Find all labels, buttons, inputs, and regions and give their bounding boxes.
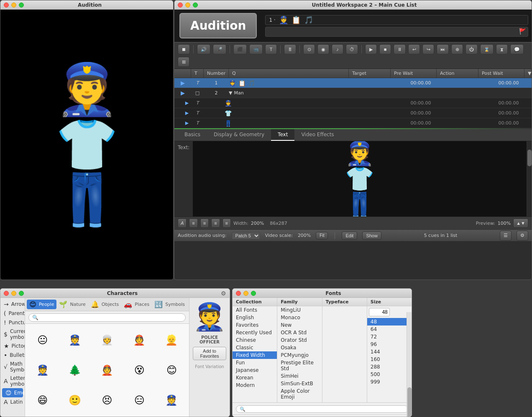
- settings-cog-btn[interactable]: ⚙: [517, 231, 528, 241]
- fonts-search-input[interactable]: [236, 405, 408, 413]
- list-item[interactable]: Osaka: [277, 344, 322, 351]
- list-item[interactable]: 144: [367, 348, 412, 356]
- list-item[interactable]: PCMyungjo: [277, 351, 322, 359]
- zoom-stepper[interactable]: ▲▼: [513, 219, 528, 228]
- table-row[interactable]: ▶ □ 2 ▼ Man: [174, 88, 532, 98]
- text-preview-area[interactable]: 👮 👕 👖: [193, 141, 527, 216]
- show-button[interactable]: Show: [362, 231, 381, 240]
- list-item[interactable]: Favorites: [233, 321, 277, 329]
- tb-target-btn[interactable]: ⊕: [451, 44, 463, 54]
- tb-screen-btn[interactable]: ⬛: [233, 44, 247, 54]
- list-item[interactable]: English: [233, 314, 277, 321]
- fonts-minimize[interactable]: [243, 291, 248, 296]
- size-scrollbar[interactable]: [407, 312, 412, 417]
- list-item[interactable]: 👲: [124, 325, 155, 355]
- sidebar-item-emoji[interactable]: 😊 Emoji: [2, 388, 23, 397]
- list-item[interactable]: Classic: [233, 344, 277, 351]
- tb-grid-btn[interactable]: ⊞: [178, 57, 189, 67]
- tb-hourglass-btn[interactable]: ⧗: [496, 44, 508, 54]
- chars-search-input[interactable]: [28, 313, 186, 322]
- preview-scrollbar[interactable]: [527, 141, 532, 216]
- subcat-people[interactable]: 😊 People: [27, 300, 56, 309]
- tb-clock-btn[interactable]: ⏱: [346, 44, 358, 54]
- fmt-align-right[interactable]: ≡: [211, 219, 220, 228]
- tb-next-btn[interactable]: ⏭: [437, 44, 449, 54]
- list-item[interactable]: 👳: [92, 325, 123, 355]
- list-item[interactable]: 👮: [59, 325, 90, 355]
- main-close-button[interactable]: [178, 3, 183, 8]
- fonts-maximize[interactable]: [251, 291, 256, 296]
- list-item[interactable]: 👮: [156, 386, 187, 415]
- table-row[interactable]: ▶ T 👕 00:00.00 00:00.00: [174, 108, 532, 118]
- tb-power-btn[interactable]: ⏻: [466, 44, 478, 54]
- sidebar-item-math[interactable]: √ Math Symbols: [0, 360, 25, 374]
- tb-timer-btn[interactable]: ⌛: [480, 44, 494, 54]
- list-item[interactable]: 48: [367, 318, 412, 325]
- sidebar-item-bullets[interactable]: • Bullets/Stars: [0, 351, 25, 360]
- list-item[interactable]: Prestige Elite Std: [277, 359, 322, 372]
- main-minimize-button[interactable]: [185, 3, 190, 8]
- tb-chat-btn[interactable]: 💬: [510, 44, 524, 54]
- list-item[interactable]: 160: [367, 356, 412, 363]
- list-item[interactable]: 😵: [124, 356, 155, 385]
- list-item[interactable]: Recently Used: [233, 329, 277, 336]
- subcat-objects[interactable]: 🔔 Objects: [88, 300, 122, 309]
- list-item[interactable]: 🙂: [59, 386, 90, 415]
- list-item[interactable]: 👲: [92, 356, 123, 385]
- subcat-places[interactable]: 🚗 Places: [121, 300, 152, 309]
- add-to-favorites-button[interactable]: Add to Favorites: [193, 347, 226, 360]
- list-item[interactable]: 😣: [92, 386, 123, 415]
- table-row[interactable]: ▶ T 👮 00:00.00 00:00.00: [174, 98, 532, 108]
- list-item[interactable]: New: [277, 321, 322, 329]
- size-input[interactable]: [369, 308, 390, 316]
- audio-select[interactable]: Patch 5: [232, 232, 260, 239]
- tab-basics[interactable]: Basics: [178, 129, 207, 141]
- sidebar-item-pictographs[interactable]: ★ Pictographs: [0, 341, 25, 351]
- chars-close[interactable]: [4, 291, 9, 296]
- list-item[interactable]: All Fonts: [233, 306, 277, 314]
- chars-maximize[interactable]: [19, 291, 24, 296]
- list-item[interactable]: Apple Color Emoji: [277, 387, 322, 401]
- tb-forward-btn[interactable]: ↪: [422, 44, 434, 54]
- list-item[interactable]: 64: [367, 325, 412, 333]
- chars-gear-btn[interactable]: ⚙: [221, 290, 226, 297]
- list-item[interactable]: 96: [367, 341, 412, 348]
- list-item[interactable]: Orator Std: [277, 336, 322, 344]
- tb-fader-btn[interactable]: 🎚: [284, 44, 296, 54]
- tb-sphere-btn[interactable]: ◉: [317, 44, 329, 54]
- close-button[interactable]: [4, 3, 9, 8]
- tb-text-btn[interactable]: T: [265, 44, 277, 54]
- sidebar-item-arrows[interactable]: → Arrows: [0, 300, 25, 309]
- tab-video-effects[interactable]: Video Effects: [294, 129, 340, 141]
- table-row[interactable]: ▶ T 1 👮 📋 🎵 00:00.00 00:00.00: [174, 78, 532, 88]
- list-item[interactable]: Monaco: [277, 314, 322, 321]
- tb-audio-btn[interactable]: 🔊: [197, 44, 210, 54]
- main-maximize-button[interactable]: [193, 3, 198, 8]
- subcat-symbols[interactable]: 🔣 Symbols: [152, 300, 187, 309]
- list-item[interactable]: 288: [367, 363, 412, 371]
- list-item[interactable]: Fixed Width: [233, 351, 277, 359]
- tab-display-geometry[interactable]: Display & Geometry: [207, 129, 271, 141]
- tab-text[interactable]: Text: [271, 129, 294, 141]
- list-item[interactable]: 72: [367, 333, 412, 341]
- fmt-font-btn[interactable]: A: [178, 219, 187, 228]
- list-item[interactable]: Japanese: [233, 366, 277, 374]
- edit-button[interactable]: Edit: [342, 231, 357, 240]
- list-item[interactable]: 😑: [124, 386, 155, 415]
- tb-stop-btn[interactable]: ⏹: [178, 44, 190, 54]
- list-item[interactable]: 500: [367, 371, 412, 378]
- list-item[interactable]: Chinese: [233, 336, 277, 344]
- list-item[interactable]: 😐: [27, 325, 58, 355]
- fmt-align-left[interactable]: ≡: [189, 219, 197, 228]
- fit-button[interactable]: Fit: [316, 232, 328, 239]
- sidebar-item-currency[interactable]: $ Curren…ymbols: [0, 327, 25, 341]
- tb-mic-btn[interactable]: 🎤: [213, 44, 226, 54]
- fmt-align-justify[interactable]: ≡: [223, 219, 231, 228]
- audition-button[interactable]: Audition: [179, 13, 257, 38]
- sidebar-item-parentheses[interactable]: ( Parentheses: [0, 309, 25, 318]
- tb-stop2-btn[interactable]: ■: [379, 44, 391, 54]
- list-view-btn[interactable]: ☰: [500, 231, 512, 241]
- list-item[interactable]: 😄: [27, 386, 58, 415]
- sidebar-item-letterlike[interactable]: A Letterli…ymbols: [0, 374, 25, 388]
- fonts-close[interactable]: [236, 291, 241, 296]
